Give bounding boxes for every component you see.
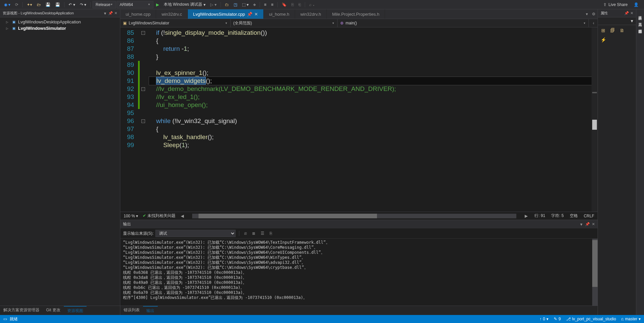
- output-pin-icon[interactable]: 📌: [585, 222, 590, 226]
- prop-close-icon[interactable]: ✕: [630, 11, 633, 15]
- bottom-tab[interactable]: 错误列表: [120, 306, 143, 315]
- output-wrap-icon[interactable]: ≣: [250, 230, 257, 236]
- debug-target-dropdown[interactable]: 本地 Windows 调试器 ▾: [162, 1, 208, 8]
- file-tab[interactable]: LvglWindowsSimulator.cpp📌✕: [188, 9, 264, 19]
- account-icon[interactable]: 👤: [634, 2, 639, 7]
- output-pane: 输出 ▼ 📌 ✕ 显示输出来源(S): 调试 ⎚ ≣ ☰ ⎘ “LvglWind…: [120, 220, 598, 306]
- output-close-icon[interactable]: ✕: [592, 222, 595, 226]
- config-dropdown[interactable]: Release▼: [93, 1, 116, 8]
- properties-title: 属性: [601, 11, 623, 16]
- bookmark-btn[interactable]: 🔖: [280, 1, 289, 8]
- save-all-button[interactable]: 💾: [53, 1, 62, 8]
- liveshare-icon[interactable]: ⇪: [603, 2, 607, 7]
- left-tab[interactable]: 资源视图: [64, 306, 87, 315]
- fold-toggle[interactable]: −: [141, 87, 145, 91]
- status-branch-button[interactable]: ⎌ master ▾: [621, 317, 641, 321]
- start-nodebug-button[interactable]: ▷ ▾: [208, 1, 218, 8]
- vtab-diagnostics[interactable]: 诊断工具: [637, 11, 643, 15]
- tree-item[interactable]: ▷▣LvglWindowsSimulator: [0, 25, 120, 31]
- zoom-level[interactable]: 100 % ▾: [124, 214, 138, 218]
- fold-toggle[interactable]: −: [141, 119, 145, 123]
- resource-view-title: 资源视图 - LvglWindowsDesktopApplication: [3, 11, 102, 16]
- main-toolbar: ◉ ▾ ⟳ ✦▾ 🗁 💾 💾 ↶ ▾ ↷ ▾ Release▼ ARM64▼ ▶…: [0, 0, 644, 9]
- status-repo-button[interactable]: ⎇ lv_port_pc_visual_studio: [566, 317, 616, 321]
- file-tab[interactable]: win32drv.h: [295, 9, 327, 19]
- prop-pages-icon[interactable]: 🗎: [619, 27, 625, 34]
- file-tab[interactable]: Mile.Project.Properties.h: [327, 9, 385, 19]
- prop-pin-icon[interactable]: 📌: [624, 11, 629, 15]
- liveshare-button[interactable]: Live Share: [609, 2, 628, 7]
- comment-btn[interactable]: ⎘: [289, 1, 296, 8]
- pin-icon[interactable]: 📌: [247, 12, 252, 17]
- hscroll-left[interactable]: ◀: [180, 214, 185, 218]
- overview-ruler[interactable]: [592, 27, 598, 212]
- new-item-button[interactable]: ✦▾: [25, 1, 34, 8]
- open-file-button[interactable]: 🗁: [35, 1, 43, 8]
- status-add-button[interactable]: ↑ 0 ▾: [540, 317, 549, 321]
- redo-button[interactable]: ↷ ▾: [78, 1, 88, 8]
- tool-icon-3[interactable]: ⬚ ▾: [240, 1, 251, 8]
- tab-overflow-icon[interactable]: ▾: [584, 9, 590, 19]
- vtab-toolbox[interactable]: 工具箱: [637, 18, 643, 22]
- output-source-select[interactable]: 调试: [155, 230, 236, 237]
- output-dropdown-icon[interactable]: ▼: [579, 222, 583, 226]
- nav-scope-project[interactable]: ▣LvglWindowsSimulator▼: [120, 19, 231, 27]
- insert-mode: 空格: [570, 213, 578, 219]
- resource-view-pane: 资源视图 - LvglWindowsDesktopApplication ▼ 📌…: [0, 9, 120, 315]
- prop-events-icon[interactable]: ⚡: [600, 36, 607, 43]
- close-icon[interactable]: ✕: [254, 12, 258, 17]
- status-ready-text: 就绪: [10, 316, 18, 322]
- nav-fwd-button[interactable]: ⟳: [13, 1, 20, 8]
- output-text[interactable]: “LvglWindowsSimulator.exe”(Win32): 已加载“C…: [120, 239, 592, 306]
- prop-alpha-icon[interactable]: 🗐: [609, 27, 616, 34]
- start-debug-button[interactable]: ▶: [154, 1, 161, 8]
- bottom-tab-bar: 错误列表输出: [120, 306, 598, 315]
- left-tab[interactable]: Git 更改: [43, 306, 64, 315]
- status-bar: ▭ 就绪 ↑ 0 ▾ ✎ 9 ⎇ lv_port_pc_visual_studi…: [0, 315, 644, 323]
- outdent-btn[interactable]: ≡: [269, 1, 275, 8]
- uncomment-btn[interactable]: ⎗: [296, 1, 303, 8]
- output-toggle-icon[interactable]: ☰: [259, 230, 266, 236]
- tool-icon-4[interactable]: ⎆: [251, 1, 258, 8]
- pane-close-icon[interactable]: ✕: [114, 11, 117, 15]
- save-button[interactable]: 💾: [43, 1, 52, 8]
- right-dock-tabs: 诊断工具 工具箱 服务器资源管理器: [636, 9, 644, 315]
- find-btn[interactable]: ⌕ ▾: [307, 1, 317, 8]
- status-changes-button[interactable]: ✎ 9: [554, 317, 561, 321]
- editor-status-bar: 100 % ▾ ✔ 未找到相关问题 ◀ ▶ 行: 91 字符: 5 空格 CRL…: [120, 212, 598, 220]
- nav-scope-function[interactable]: ⊕main()▼: [338, 19, 589, 27]
- vtab-server-explorer[interactable]: 服务器资源管理器: [637, 25, 643, 29]
- file-tab[interactable]: ui_home.h: [264, 9, 295, 19]
- nav-back-button[interactable]: ◉ ▾: [2, 1, 12, 8]
- tool-icon-1[interactable]: 🗀: [223, 1, 231, 8]
- resource-tree[interactable]: ▷▣LvglWindowsDesktopApplication▷▣LvglWin…: [0, 17, 120, 306]
- tree-item[interactable]: ▷▣LvglWindowsDesktopApplication: [0, 19, 120, 25]
- output-vscroll[interactable]: [592, 239, 598, 306]
- nav-bar: ▣LvglWindowsSimulator▼ (全局范围)▼ ⊕main()▼ …: [120, 19, 598, 27]
- output-settings-icon[interactable]: ⎘: [268, 230, 274, 236]
- line-gutter: 858687888990919293949596979899: [120, 27, 138, 212]
- platform-dropdown[interactable]: ARM64▼: [117, 1, 153, 8]
- file-tab-bar: ui_home.cppwin32drv.cLvglWindowsSimulato…: [120, 9, 598, 19]
- left-tab[interactable]: 解决方案资源管理器: [0, 306, 43, 315]
- tool-icon-2[interactable]: ◳: [232, 1, 239, 8]
- tab-settings-icon[interactable]: ⚙: [590, 9, 598, 19]
- nav-split-icon[interactable]: ⫞: [589, 19, 598, 27]
- code-editor[interactable]: 858687888990919293949596979899 −−− if (!…: [120, 27, 598, 212]
- issues-indicator[interactable]: ✔ 未找到相关问题: [143, 213, 175, 219]
- bottom-tab[interactable]: 输出: [143, 306, 158, 315]
- nav-scope-global[interactable]: (全局范围)▼: [231, 19, 338, 27]
- prop-dd-icon[interactable]: ▼: [630, 19, 634, 23]
- file-tab[interactable]: ui_home.cpp: [120, 9, 156, 19]
- code-area[interactable]: if (!single_display_mode_initialization(…: [146, 27, 592, 212]
- file-tab[interactable]: win32drv.c: [156, 9, 187, 19]
- pane-pin-icon[interactable]: 📌: [108, 11, 113, 15]
- hscroll-right[interactable]: ▶: [524, 214, 528, 218]
- undo-button[interactable]: ↶ ▾: [67, 1, 77, 8]
- horizontal-scrollbar[interactable]: [192, 214, 517, 218]
- prop-categorize-icon[interactable]: ⊞: [600, 27, 607, 34]
- indent-btn[interactable]: ≡: [262, 1, 268, 8]
- fold-toggle[interactable]: −: [141, 31, 145, 35]
- output-clear-icon[interactable]: ⎚: [243, 230, 248, 236]
- pane-dropdown-icon[interactable]: ▼: [103, 11, 107, 15]
